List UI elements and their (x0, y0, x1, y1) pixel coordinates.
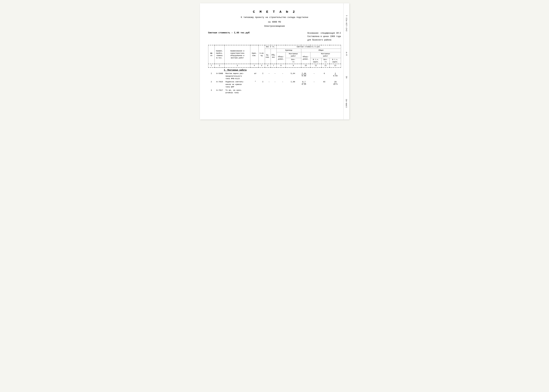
row1-t-mount-bot: 0.03 (333, 75, 338, 77)
header-col-unit-cost: Единицы (276, 49, 301, 52)
row2-t-mount-bot: IO.5 (333, 83, 338, 85)
row1-w-unit: – (266, 72, 272, 80)
row3-qty (260, 89, 266, 95)
header-col-qty: К–воед (258, 45, 265, 64)
row1-code: 8–590В (214, 72, 225, 80)
row3-code: 8–7017 (214, 89, 225, 95)
header-col-name: Наименование ихарактеристикаоборудования… (224, 45, 250, 64)
num-9: 9 (285, 64, 301, 68)
header-col-w-unit: Ед.изм. (265, 49, 271, 64)
header-col-w-total: Общ.вес (271, 49, 276, 64)
cost-value: – I,05 тнс.руб (231, 32, 250, 34)
row2-u-val: I,98 (287, 80, 299, 89)
row2-unit: " (251, 80, 260, 89)
row1-qty: I (260, 72, 266, 80)
header-col-unit: Един.изм. (250, 45, 258, 64)
num-5: 5 (258, 64, 265, 68)
row1-num: I (208, 72, 215, 80)
subtitle-line2: на 4000 М3 (208, 21, 341, 24)
row3-u-equip (278, 89, 287, 95)
row3-num: 3 (208, 89, 215, 95)
title-section: С М Е Т А № 2 К типовому проекту на стро… (208, 10, 341, 27)
row2-num: 2 (208, 80, 215, 89)
row2-w-unit: – (266, 80, 272, 89)
row2-qty: I (260, 80, 266, 89)
row2-u-mount-top: 0.7 (302, 81, 306, 83)
row1-t-mount-top: 2 (335, 72, 336, 75)
basis-line2: Составлена в ценах 1969 года (307, 35, 341, 38)
num-10: IO (301, 64, 310, 68)
right-sidebar: Т·IIа·8I7–I42 А–П I6 1309-02 (343, 3, 349, 119)
page-container: Т·IIа·8I7–I42 А–П I6 1309-02 С М Е Т А №… (200, 3, 349, 119)
header-col-unit-equip: Обору–дован. (276, 52, 285, 64)
row3-t-total (319, 89, 330, 95)
header-col-mount-all-total: Все–го (321, 58, 329, 64)
header-col-mount-sal-total: В т.ч.зарпл. (330, 58, 341, 64)
row1-t-mount: 2 0.03 (330, 72, 341, 80)
row1-u-equip: – (278, 72, 287, 80)
header-col-total-cost: Общая (301, 49, 341, 52)
row1-u-mount: I.68 0.08 (298, 72, 309, 80)
row3-w-total (272, 89, 278, 95)
table-row: 3 8–7017 То же, на крон–штейнах типа (208, 89, 341, 95)
header-col-nn: №№пп (208, 45, 214, 64)
row1-t-total: 6 (319, 72, 330, 80)
data-table: I 8–590В Монтаж ящика рас–пределительног… (208, 72, 341, 94)
row2-code: 8–7015 (214, 80, 225, 89)
row2-u-mount-bot: 0.25 (301, 83, 306, 85)
header-col-mount-all-unit: Все–го (285, 58, 301, 64)
header-col-cost: Сметная стоимость в руб. (276, 45, 341, 49)
num-6: 6 (265, 64, 271, 68)
row1-u-val: 5,64 (287, 72, 299, 80)
row1-u-mount-top: I.68 (301, 72, 306, 75)
header-col-total-equip: Обору–дован. (301, 52, 310, 64)
row1-unit: шт (251, 72, 260, 80)
table-row: I 8–590В Монтаж ящика рас–пределительног… (208, 72, 341, 80)
sidebar-code-middle: А–П (345, 52, 348, 56)
row2-t-mount-top: 29 (334, 81, 337, 83)
row2-w-total: – (272, 80, 278, 89)
row1-t-equip: – (309, 72, 319, 80)
header-col-unit-mount: Монтажныхработ (285, 52, 301, 58)
header-col-total-mount: Монтажныхработ (310, 52, 341, 58)
row2-u-equip: – (278, 80, 287, 89)
sidebar-code-top: Т·IIа·8I7–I42 (345, 15, 348, 32)
table-header: №№пп Наимен.прейск.номика№ поз. Наименов… (208, 45, 341, 68)
row1-name: Монтаж ящика рас–пределительноготипа ЯРВ… (225, 72, 251, 80)
num-2: 2 (214, 64, 224, 68)
table-row: 2 8–7015 Подвеска светиль–ников на крюка… (208, 80, 341, 89)
row2-t-mount: 29 IO.5 (330, 80, 341, 89)
num-4: 4 (250, 64, 258, 68)
section1-header: I. Монтажные работы (208, 68, 341, 72)
page-title: С М Е Т А № 2 (208, 10, 341, 14)
sidebar-code-bottom: 1309-02 (345, 99, 348, 108)
header-col-weight: Вес в тн. (265, 45, 276, 49)
main-content: С М Е Т А № 2 К типовому проекту на стро… (208, 10, 341, 94)
info-row: Сметная стоимость – I,05 тнс.руб Основан… (208, 32, 341, 42)
num-11: II (310, 64, 321, 68)
row2-u-mount: 0.7 0.25 (298, 80, 309, 89)
header-col-code: Наимен.прейск.номика№ поз. (214, 45, 224, 64)
num-12: I2 (321, 64, 329, 68)
row3-w-unit (266, 89, 272, 95)
row1-u-mount-bot: 0.08 (301, 75, 306, 77)
cost-block: Сметная стоимость – I,05 тнс.руб (208, 32, 250, 34)
basis-line1: Основание: спецификация ЭЛ–I (307, 32, 341, 35)
row2-t-total: 8I (319, 80, 330, 89)
num-7: 7 (271, 64, 276, 68)
num-8: 8 (276, 64, 285, 68)
row2-t-equip: – (309, 80, 319, 89)
cost-label: Сметная стоимость (208, 32, 230, 34)
num-3: 3 (224, 64, 250, 68)
row3-name: То же, на крон–штейнах типа (225, 89, 251, 95)
header-col-mount-sal-unit: В т.ч.зарпл. (310, 58, 321, 64)
row1-w-total: – (272, 72, 278, 80)
row3-t-mount (330, 89, 341, 95)
basis-block: Основание: спецификация ЭЛ–I Составлена … (307, 32, 341, 42)
row3-u-mount (298, 89, 309, 95)
row3-t-equip (309, 89, 319, 95)
row3-unit (251, 89, 260, 95)
num-13: I3 (330, 64, 341, 68)
subtitle-line1: К типовому проекту на строительство скла… (208, 16, 341, 19)
sidebar-code-num: I6 (345, 76, 348, 78)
